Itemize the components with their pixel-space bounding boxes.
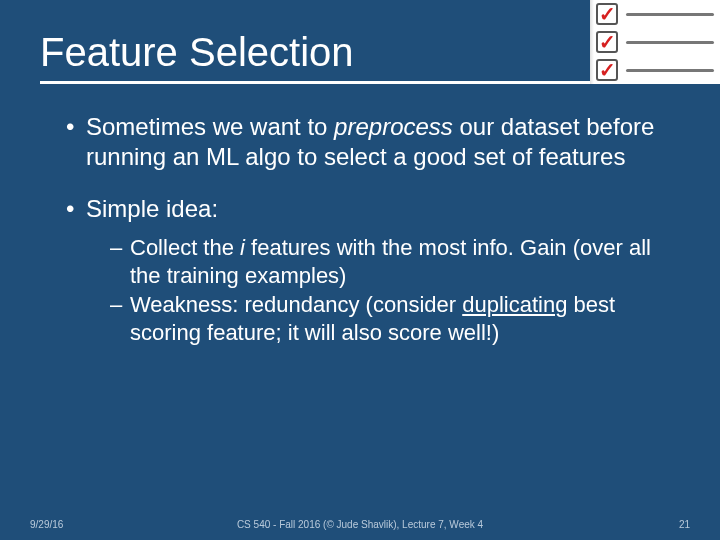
slide: ✓ ✓ ✓ Feature Selection Sometimes we wan… xyxy=(0,0,720,540)
footer-date: 9/29/16 xyxy=(30,519,63,530)
checklist-line xyxy=(626,69,714,72)
checklist-edge xyxy=(590,0,594,84)
checklist-line xyxy=(626,13,714,16)
checkbox-icon: ✓ xyxy=(596,59,618,81)
checkmark-icon: ✓ xyxy=(599,32,616,52)
checkmark-icon: ✓ xyxy=(599,4,616,24)
checkbox-icon: ✓ xyxy=(596,31,618,53)
underline-duplicating: duplicating xyxy=(462,292,567,317)
checklist-row: ✓ xyxy=(590,0,720,28)
sub-bullet-group: Collect the i features with the most inf… xyxy=(110,234,680,346)
title-underline xyxy=(40,81,680,84)
checklist-row: ✓ xyxy=(590,56,720,84)
footer-course-info: CS 540 - Fall 2016 (© Jude Shavlik), Lec… xyxy=(237,519,483,530)
sub-bullet-collect: Collect the i features with the most inf… xyxy=(110,234,680,289)
slide-footer: 9/29/16 CS 540 - Fall 2016 (© Jude Shavl… xyxy=(0,519,720,530)
slide-title: Feature Selection xyxy=(40,30,680,75)
checkmark-icon: ✓ xyxy=(599,60,616,80)
emphasis-preprocess: preprocess xyxy=(334,113,453,140)
text: Sometimes we want to xyxy=(86,113,334,140)
bullet-simple-idea: Simple idea: xyxy=(66,194,680,224)
text: Collect the xyxy=(130,235,240,260)
text: Weakness: redundancy (consider xyxy=(130,292,462,317)
checklist-line xyxy=(626,41,714,44)
checklist-image: ✓ ✓ ✓ xyxy=(590,0,720,84)
checklist-row: ✓ xyxy=(590,28,720,56)
footer-page-number: 21 xyxy=(679,519,690,530)
checkbox-icon: ✓ xyxy=(596,3,618,25)
bullet-preprocess: Sometimes we want to preprocess our data… xyxy=(66,112,680,172)
sub-bullet-weakness: Weakness: redundancy (consider duplicati… xyxy=(110,291,680,346)
